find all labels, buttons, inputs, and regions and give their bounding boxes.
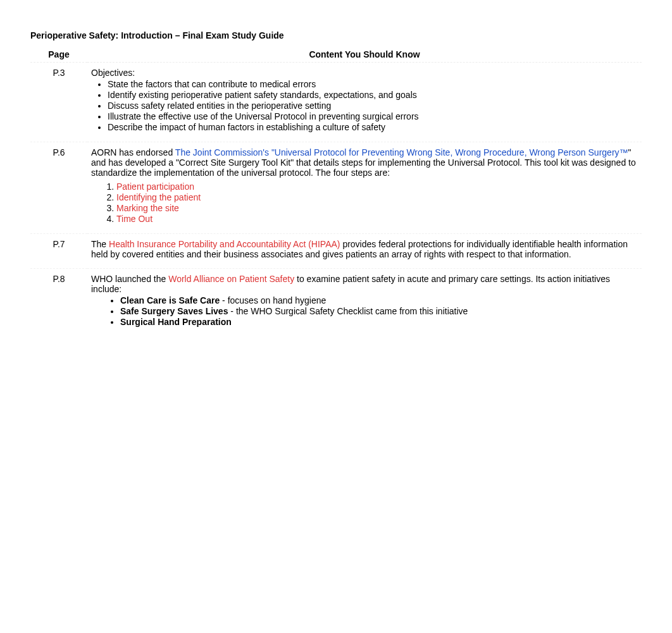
page-cell: P.7 <box>30 234 87 269</box>
col-header-content: Content You Should Know <box>87 47 642 63</box>
list-item: Clean Care is Safe Care - focuses on han… <box>120 295 638 305</box>
content-cell: Objectives: State the factors that can c… <box>87 63 642 142</box>
study-guide-table: Page Content You Should Know P.3 Objecti… <box>30 47 642 336</box>
content-cell: WHO launched the World Alliance on Patie… <box>87 269 642 337</box>
text: AORN has endorsed <box>91 147 175 157</box>
document-page: Perioperative Safety: Introduction – Fin… <box>0 0 672 336</box>
initiative-desc: - the WHO Surgical Safety Checklist came… <box>228 306 468 316</box>
step-text: Time Out <box>116 214 152 224</box>
list-item: Surgical Hand Preparation <box>120 317 638 327</box>
step-text: Patient participation <box>116 181 194 192</box>
table-row: P.7 The Health Insurance Portability and… <box>30 234 642 269</box>
objectives-list: State the factors that can contribute to… <box>96 79 638 132</box>
list-item: Describe the impact of human factors in … <box>108 122 638 132</box>
list-item: Identifying the patient <box>116 192 638 202</box>
world-alliance-term: World Alliance on Patient Safety <box>168 274 294 284</box>
list-item: Identify existing perioperative patient … <box>108 90 638 100</box>
initiative-name: Safe Surgery Saves Lives <box>120 306 228 316</box>
content-cell: The Health Insurance Portability and Acc… <box>87 234 642 269</box>
step-text: Marking the site <box>116 203 179 213</box>
table-header-row: Page Content You Should Know <box>30 47 642 63</box>
list-item: Marking the site <box>116 203 638 213</box>
hipaa-term: Health Insurance Portability and Account… <box>109 239 340 249</box>
four-steps-list: Patient participation Identifying the pa… <box>104 181 638 224</box>
objectives-lead: Objectives: <box>91 68 135 78</box>
initiative-desc: - focuses on hand hygiene <box>220 295 326 305</box>
text: The <box>91 239 109 249</box>
table-row: P.8 WHO launched the World Alliance on P… <box>30 269 642 337</box>
table-row: P.6 AORN has endorsed The Joint Commissi… <box>30 142 642 234</box>
page-cell: P.3 <box>30 63 87 142</box>
text: WHO launched the <box>91 274 168 284</box>
initiative-name: Clean Care is Safe Care <box>120 295 220 305</box>
table-row: P.3 Objectives: State the factors that c… <box>30 63 642 142</box>
step-text: Identifying the patient <box>116 192 201 202</box>
page-cell: P.8 <box>30 269 87 337</box>
list-item: Discuss safety related entities in the p… <box>108 101 638 111</box>
content-cell: AORN has endorsed The Joint Commission's… <box>87 142 642 234</box>
page-cell: P.6 <box>30 142 87 234</box>
initiative-name: Surgical Hand Preparation <box>120 317 232 327</box>
list-item: Illustrate the effective use of the Univ… <box>108 111 638 121</box>
col-header-page: Page <box>30 47 87 63</box>
list-item: Patient participation <box>116 181 638 192</box>
universal-protocol-link[interactable]: The Joint Commission's "Universal Protoc… <box>175 147 628 157</box>
list-item: Safe Surgery Saves Lives - the WHO Surgi… <box>120 306 638 316</box>
list-item: Time Out <box>116 214 638 224</box>
page-title: Perioperative Safety: Introduction – Fin… <box>30 30 642 40</box>
initiatives-list: Clean Care is Safe Care - focuses on han… <box>109 295 638 327</box>
list-item: State the factors that can contribute to… <box>108 79 638 89</box>
